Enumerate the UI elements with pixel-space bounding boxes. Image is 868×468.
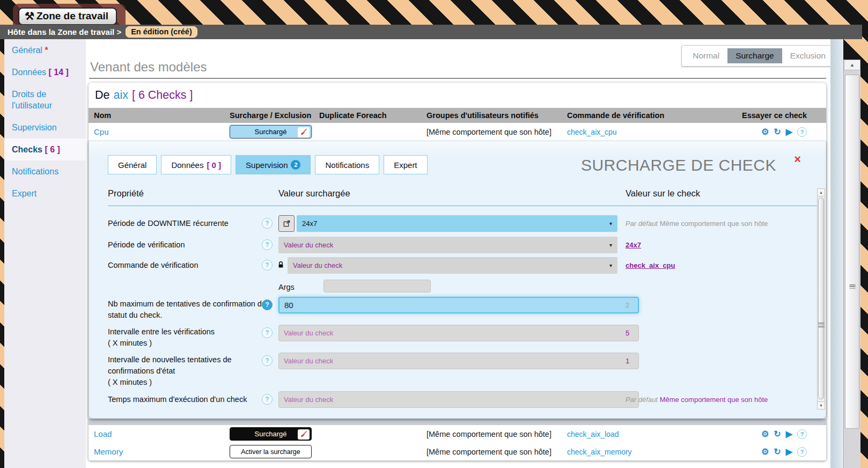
gear-icon[interactable]: ⚙ — [761, 430, 769, 438]
check-link-load[interactable]: Load — [89, 429, 230, 438]
play-icon[interactable]: ▶ — [786, 430, 792, 438]
check-value-link[interactable]: 24x7 — [626, 241, 641, 249]
col-groupes: Groupes d'utilisateurs notifiés — [426, 111, 567, 120]
reset-override-icon[interactable] — [298, 127, 310, 137]
help-icon[interactable]: ? — [262, 260, 273, 270]
colhead-on-check: Valeur sur le check — [626, 188, 700, 199]
command-link[interactable]: check_aix_load — [567, 430, 723, 438]
breadcrumb-bar: Hôte dans la Zone de travail > En éditio… — [0, 25, 862, 39]
check-value: 1 — [626, 353, 629, 369]
sidebar-item-notifications[interactable]: Notifications — [4, 160, 86, 182]
check-link-cpu[interactable]: Cpu — [89, 127, 230, 136]
max-attempts-input[interactable] — [278, 297, 639, 313]
help-icon[interactable]: ? — [262, 355, 273, 366]
col-nom: Nom — [89, 111, 230, 120]
help-icon[interactable]: ? — [262, 239, 273, 250]
override-button-label: Activer la surcharge — [241, 448, 300, 456]
sync-gear-icon[interactable]: ↻ — [774, 128, 781, 136]
mode-normal[interactable]: Normal — [685, 48, 727, 63]
override-button-label: Surchargé — [255, 128, 287, 136]
sidebar-item-supervision[interactable]: Supervision — [4, 116, 86, 138]
tab-general[interactable]: Général — [108, 155, 157, 174]
check-period-select[interactable]: Valeur du check ▾ — [278, 237, 617, 253]
override-button-load[interactable]: Surchargé — [230, 427, 312, 441]
check-value-link[interactable]: check_aix_cpu — [626, 261, 675, 269]
gear-icon[interactable]: ⚙ — [761, 128, 769, 136]
mode-surcharge[interactable]: Surcharge — [727, 48, 782, 63]
field-label: Intervalle de nouvelles tentatives de co… — [108, 354, 269, 388]
play-icon[interactable]: ▶ — [786, 448, 792, 456]
sidebar-item-donnees[interactable]: Données [ 14 ] — [4, 61, 86, 83]
help-icon-active[interactable]: ? — [262, 299, 273, 310]
chevron-down-icon: ▾ — [609, 262, 612, 268]
gear-icon[interactable]: ⚙ — [761, 448, 769, 456]
tab-supervision[interactable]: Supervision 2 — [236, 155, 311, 174]
play-icon[interactable]: ▶ — [786, 128, 792, 136]
sidebar: Général * Données [ 14 ] Droits de l'uti… — [4, 39, 86, 468]
field-label-line3: ( X minutes ) — [108, 377, 269, 388]
sync-gear-icon[interactable]: ↻ — [774, 430, 781, 438]
scrollbar-grip — [849, 284, 855, 289]
field-label-line1: Intervalle entre les vérifications — [108, 326, 269, 338]
card-title-count: [ 6 Checks ] — [132, 89, 193, 102]
table-row-memory: Memory Activer la surcharge [Même compor… — [89, 443, 826, 460]
check-interval-input[interactable] — [278, 325, 639, 341]
close-icon[interactable]: × — [794, 154, 801, 165]
sidebar-item-droits[interactable]: Droits de l'utilisateur — [4, 83, 86, 116]
tab-label: Expert — [394, 160, 417, 170]
activate-override-button-memory[interactable]: Activer la surcharge — [230, 445, 312, 458]
sidebar-item-label: Supervision — [12, 123, 57, 132]
max-exec-time-input[interactable] — [278, 391, 639, 408]
mode-exclusion[interactable]: Exclusion — [782, 48, 834, 63]
field-label-line2: ( X minutes ) — [108, 338, 269, 349]
external-link-button[interactable] — [278, 215, 295, 232]
template-link[interactable]: aix — [113, 89, 128, 102]
col-essayer: Essayer ce check — [742, 111, 826, 120]
override-panel: Général Données [ 0 ] Supervision 2 Noti… — [89, 141, 826, 419]
sidebar-item-checks[interactable]: Checks [ 6 ] — [4, 138, 86, 160]
tab-badge: 2 — [291, 160, 300, 170]
table-header: Nom Surcharge / Exclusion Duplicate Fore… — [89, 108, 826, 123]
reset-override-icon[interactable] — [298, 429, 310, 440]
tab-expert[interactable]: Expert — [384, 155, 427, 174]
check-value: Par défaut Même comportement que son hôt… — [626, 391, 768, 408]
page-scrollbar-thumb[interactable] — [845, 75, 859, 429]
retry-interval-input[interactable] — [278, 353, 639, 369]
check-value: 5 — [626, 325, 629, 341]
args-input[interactable] — [323, 280, 431, 292]
downtime-period-select[interactable]: 24x7 ▾ — [297, 215, 617, 232]
command-link[interactable]: check_aix_cpu — [567, 128, 723, 136]
panel-scrollbar[interactable]: ▲ ▼ — [817, 188, 825, 410]
scroll-up-icon[interactable]: ▲ — [844, 60, 860, 70]
tab-count: [ 0 ] — [207, 160, 221, 170]
check-value-number: 2 — [626, 301, 629, 309]
notified-groups: [Même comportement que son hôte] — [426, 430, 567, 438]
help-icon[interactable]: ? — [797, 127, 807, 137]
select-value: Valeur du check — [284, 241, 333, 249]
command-link[interactable]: check_aix_memory — [567, 448, 723, 456]
command-select[interactable]: Valeur du check ▾ — [288, 257, 617, 274]
panel-scrollbar-thumb[interactable] — [818, 198, 824, 399]
scroll-down-icon[interactable]: ▼ — [818, 401, 825, 409]
check-link-memory[interactable]: Memory — [89, 447, 230, 456]
external-link-icon — [283, 220, 291, 228]
select-value: Valeur du check — [293, 261, 342, 269]
scrollbar-grip — [818, 323, 824, 327]
default-prefix: Par défaut — [626, 396, 658, 404]
tab-donnees[interactable]: Données [ 0 ] — [161, 155, 231, 174]
sidebar-item-label: Notifications — [12, 167, 58, 176]
workspace-button[interactable]: ⚒ Zone de travail — [18, 8, 117, 25]
help-icon[interactable]: ? — [262, 218, 273, 229]
help-icon[interactable]: ? — [262, 394, 273, 405]
help-icon[interactable]: ? — [797, 447, 807, 457]
sync-gear-icon[interactable]: ↻ — [774, 448, 781, 456]
override-button-cpu[interactable]: Surchargé — [230, 125, 312, 138]
help-icon[interactable]: ? — [797, 429, 807, 439]
sidebar-item-expert[interactable]: Expert — [4, 182, 86, 204]
workspace-button-label: Zone de travail — [36, 10, 108, 22]
help-icon[interactable]: ? — [262, 327, 273, 338]
tab-notifications[interactable]: Notifications — [315, 155, 379, 174]
scroll-up-icon[interactable]: ▲ — [818, 189, 825, 196]
sidebar-item-general[interactable]: Général * — [4, 39, 86, 61]
page-scrollbar[interactable]: ▲ — [843, 60, 860, 468]
